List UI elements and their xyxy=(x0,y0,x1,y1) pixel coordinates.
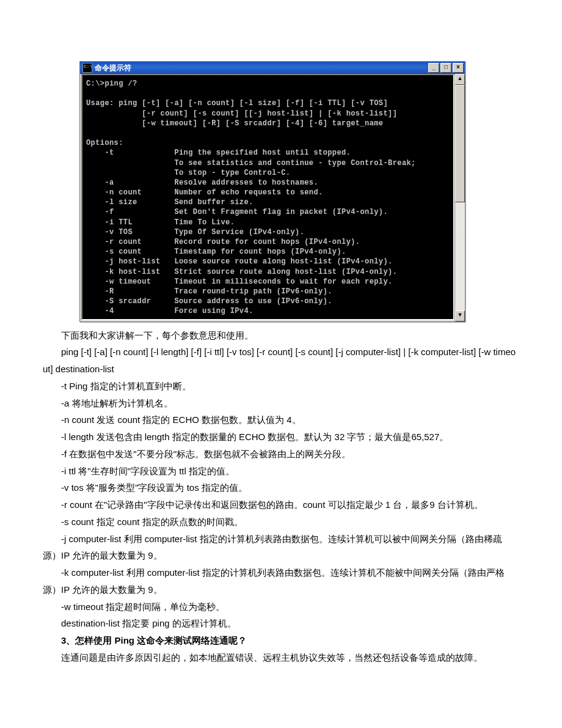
destination-list: destination-list 指定要 ping 的远程计算机。 xyxy=(43,615,519,632)
scroll-track[interactable] xyxy=(455,85,465,311)
minimize-button[interactable]: _ xyxy=(428,63,439,73)
opt-k: -k computer-list 利用 computer-list 指定的计算机… xyxy=(43,564,519,598)
opt-r: -r count 在"记录路由"字段中记录传出和返回数据包的路由。count 可… xyxy=(43,496,519,513)
opt-n: -n count 发送 count 指定的 ECHO 数据包数。默认值为 4。 xyxy=(43,411,519,428)
section-3-heading: 3、怎样使用 Ping 这命令来测试网络连通呢？ xyxy=(43,632,519,649)
section-3-body: 连通问题是由许多原因引起的，如本地配置错误、远程主机协议失效等，当然还包括设备等… xyxy=(43,649,519,666)
opt-l: -l length 发送包含由 length 指定的数据量的 ECHO 数据包。… xyxy=(43,428,519,446)
opt-t: -t Ping 指定的计算机直到中断。 xyxy=(43,378,519,395)
scroll-thumb[interactable] xyxy=(455,85,465,202)
terminal-output[interactable]: C:\>ping /? Usage: ping [-t] [-a] [-n co… xyxy=(81,74,454,320)
window-title: 命令提示符 xyxy=(95,61,428,75)
opt-w: -w timeout 指定超时间隔，单位为毫秒。 xyxy=(43,598,519,616)
window-titlebar[interactable]: 命令提示符 _ □ × xyxy=(80,62,465,74)
scroll-up-button[interactable]: ▲ xyxy=(455,74,465,85)
usage-line: ping [-t] [-a] [-n count] [-l length] [-… xyxy=(43,344,519,378)
maximize-button[interactable]: □ xyxy=(440,63,451,73)
opt-v: -v tos 将"服务类型"字段设置为 tos 指定的值。 xyxy=(43,479,519,496)
intro-text: 下面我和大家讲解一下，每个参数意思和使用。 xyxy=(43,327,519,344)
scroll-down-button[interactable]: ▼ xyxy=(455,311,465,322)
opt-f: -f 在数据包中发送"不要分段"标志。数据包就不会被路由上的网关分段。 xyxy=(43,446,519,463)
vertical-scrollbar[interactable]: ▲ ▼ xyxy=(454,74,465,322)
command-prompt-window: 命令提示符 _ □ × C:\>ping /? Usage: ping [-t]… xyxy=(79,61,525,322)
close-button[interactable]: × xyxy=(453,63,464,73)
opt-a: -a 将地址解析为计算机名。 xyxy=(43,395,519,412)
opt-i: -i ttl 将"生存时间"字段设置为 ttl 指定的值。 xyxy=(43,463,519,480)
system-menu-icon[interactable] xyxy=(82,63,92,73)
document-body: 下面我和大家讲解一下，每个参数意思和使用。 ping [-t] [-a] [-n… xyxy=(37,327,525,666)
opt-s: -s count 指定 count 指定的跃点数的时间戳。 xyxy=(43,513,519,531)
opt-j: -j computer-list 利用 computer-list 指定的计算机… xyxy=(43,531,519,565)
